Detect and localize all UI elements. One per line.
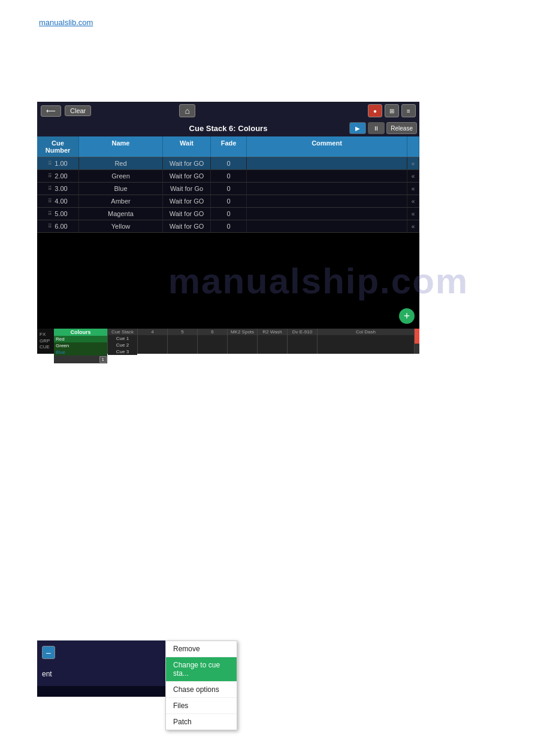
bb-col-6: 6 [198,329,228,354]
col-header-name: Name [79,136,163,157]
cell-name: Magenta [79,208,163,220]
cell-cue-number: ⠿ 5.00 [37,208,79,220]
bb-cue-item-3: Cue 3 [108,348,137,355]
col-header-extra [407,136,419,157]
bp-minus-button[interactable]: – [42,646,55,659]
table-row[interactable]: ⠿ 1.00 Red Wait for GO 0 « [37,157,419,170]
title-row: Cue Stack 6: Colours ▶ ⏸ Release [37,120,419,136]
grp-label: GRP [40,338,52,344]
bb-cue-stack-col: Cue Stack Cue 1 Cue 2 Cue 3 [108,329,138,354]
cell-arrow: « [407,170,419,182]
cm-item-chase-options[interactable]: Chase options [166,682,237,698]
cell-wait: Wait for GO [163,208,211,220]
cell-wait: Wait for GO [163,170,211,182]
cell-cue-number: ⠿ 4.00 [37,195,79,207]
bb-right-bar [415,329,419,354]
cell-cue-number: ⠿ 2.00 [37,170,79,182]
bb-col-items-coldash [318,335,414,354]
cm-item-change-to-cue[interactable]: Change to cue sta... [166,657,237,682]
context-menu: Remove Change to cue sta... Chase option… [165,640,237,730]
cell-name: Amber [79,195,163,207]
home-button[interactable]: ⌂ [179,104,195,117]
cell-wait: Wait for GO [163,195,211,207]
bb-col-title-cuestack: Cue Stack [108,329,137,335]
cell-fade: 0 [211,220,247,232]
bb-labels: FX GRP CUE [37,329,54,354]
cell-arrow: « [407,183,419,195]
bb-col-mk2spots: MK2 Spots [228,329,258,354]
table-row[interactable]: ⠿ 3.00 Blue Wait for Go 0 « [37,183,419,195]
col-header-fade: Fade [211,136,247,157]
playback-btn-row: 1 [54,356,107,363]
bottom-panel: – ← Remove Change to cue sta... Chase op… [37,640,235,697]
cm-item-files[interactable]: Files [166,698,237,714]
playback-item-green: Green [54,342,107,349]
clear-button[interactable]: Clear [65,105,91,116]
bb-col-r2wash: R2 Wash [258,329,288,354]
cell-name: Red [79,157,163,169]
cell-fade: 0 [211,157,247,169]
add-cue-button[interactable]: + [399,308,415,324]
table-row[interactable]: ⠿ 2.00 Green Wait for GO 0 « [37,170,419,183]
bb-col-items-6 [198,335,227,354]
bb-col-dve910: Dv E-910 [288,329,318,354]
bb-col-items-dve910 [288,335,317,354]
bb-cue-item-1: Cue 1 [108,335,137,342]
release-button[interactable]: Release [386,122,417,134]
cell-arrow: « [407,157,419,169]
bb-col-items-5 [168,335,197,354]
bb-col-5: 5 [168,329,198,354]
bb-col-items-mk2spots [228,335,257,354]
cell-comment [247,183,407,195]
play-button[interactable]: ▶ [349,122,366,134]
cell-comment [247,157,407,169]
menu-icon-button[interactable]: ≡ [401,104,416,117]
cell-name: Blue [79,183,163,195]
bp-content-label: ent [42,670,52,678]
cm-item-patch[interactable]: Patch [166,714,237,730]
black-area: manualship.com + [37,233,419,329]
top-link[interactable]: manualslib.com [39,18,93,27]
bb-col-items-r2wash [258,335,287,354]
title-controls: ▶ ⏸ Release [349,122,417,134]
cell-fade: 0 [211,195,247,207]
cell-comment [247,208,407,220]
cell-fade: 0 [211,170,247,182]
cell-name: Green [79,170,163,182]
cell-cue-number: ⠿ 6.00 [37,220,79,232]
playback-number-btn[interactable]: 1 [99,356,107,363]
back-button[interactable]: ⟵ [41,105,61,117]
table-row[interactable]: ⠿ 4.00 Amber Wait for GO 0 « [37,195,419,208]
cell-comment [247,195,407,207]
toolbar: ⟵ Clear ⌂ ● ⊞ ≡ [37,102,419,120]
pause-button[interactable]: ⏸ [368,122,385,134]
table-row[interactable]: ⠿ 6.00 Yellow Wait for GO 0 « [37,220,419,233]
toolbar-right: ● ⊞ ≡ [368,104,416,117]
cell-fade: 0 [211,208,247,220]
grid-icon-button[interactable]: ⊞ [385,104,399,117]
col-header-wait: Wait [163,136,211,157]
cell-name: Yellow [79,220,163,232]
record-icon-button[interactable]: ● [368,104,382,117]
playback-colours[interactable]: Colours Red Green Blue 1 [54,329,108,354]
cm-item-remove[interactable]: Remove [166,641,237,657]
cell-cue-number: ⠿ 1.00 [37,157,79,169]
bb-col-title-r2wash: R2 Wash [258,329,287,335]
bb-col-title-4: 4 [138,329,167,335]
cell-cue-number: ⠿ 3.00 [37,183,79,195]
bb-col-title-5: 5 [168,329,197,335]
bb-col-title-mk2spots: MK2 Spots [228,329,257,335]
cell-fade: 0 [211,183,247,195]
col-header-cue-number: CueNumber [37,136,79,157]
playback-item-red: Red [54,336,107,342]
cue-stack-title: Cue Stack 6: Colours [189,124,268,133]
cell-arrow: « [407,195,419,207]
bb-col-title-dve910: Dv E-910 [288,329,317,335]
table-row[interactable]: ⠿ 5.00 Magenta Wait for GO 0 « [37,208,419,220]
bb-col-items-4 [138,335,167,354]
col-header-comment: Comment [247,136,407,157]
bb-cue-item-2: Cue 2 [108,342,137,348]
playback-item-blue: Blue [54,349,107,356]
cue-label: CUE [40,344,52,350]
cell-wait: Wait for Go [163,183,211,195]
